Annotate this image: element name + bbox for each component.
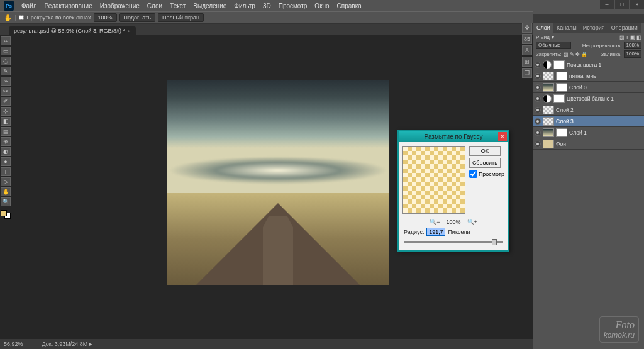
- scroll-all-checkbox[interactable]: [19, 15, 24, 20]
- visibility-toggle[interactable]: [535, 118, 541, 125]
- layer-row[interactable]: Цветовой баланс 1: [533, 93, 644, 104]
- visibility-toggle[interactable]: [535, 141, 541, 147]
- dialog-title-bar[interactable]: Размытие по Гауссу ×: [399, 131, 508, 142]
- maximize-button[interactable]: □: [615, 0, 629, 9]
- visibility-toggle[interactable]: [535, 96, 541, 102]
- filter-icon[interactable]: ▧ T ▣ ◧: [619, 35, 641, 40]
- visibility-toggle[interactable]: [535, 130, 541, 136]
- menu-layers[interactable]: Слои: [143, 1, 166, 11]
- move-tool[interactable]: ↔: [1, 36, 11, 45]
- eyedropper-tool[interactable]: ✂: [1, 87, 11, 96]
- layer-thumb[interactable]: [543, 83, 554, 92]
- menu-text[interactable]: Текст: [166, 1, 189, 11]
- mask-thumb[interactable]: [556, 83, 567, 92]
- zoom-tool[interactable]: 🔍: [1, 197, 11, 206]
- layer-row[interactable]: Слой 2: [533, 104, 644, 116]
- status-zoom[interactable]: 56,92%: [4, 341, 23, 347]
- mask-thumb[interactable]: [556, 128, 567, 137]
- blur-preview[interactable]: [402, 146, 465, 214]
- lock-icons[interactable]: ▧ ✎ ✥ 🔒: [564, 52, 588, 57]
- history-tab[interactable]: История: [580, 23, 608, 33]
- preview-checkbox[interactable]: [469, 170, 477, 178]
- minimize-button[interactable]: –: [600, 0, 614, 9]
- layer-thumb[interactable]: [543, 140, 554, 148]
- zoom-in-icon[interactable]: 🔍+: [467, 219, 477, 225]
- mask-thumb[interactable]: [553, 60, 565, 69]
- menu-filter[interactable]: Фильтр: [230, 1, 259, 11]
- reset-button[interactable]: Сбросить: [469, 158, 501, 168]
- heal-tool[interactable]: ⊹: [1, 107, 11, 116]
- color-panel-icon[interactable]: ❖: [522, 23, 532, 33]
- document-canvas[interactable]: [167, 80, 389, 285]
- menu-help[interactable]: Справка: [333, 1, 365, 11]
- ok-button[interactable]: ОК: [469, 146, 501, 156]
- type-tool[interactable]: T: [1, 167, 11, 176]
- layer-row[interactable]: Слой 1: [533, 127, 644, 138]
- dodge-tool[interactable]: ◐: [1, 147, 11, 156]
- gradient-tool[interactable]: ▤: [1, 127, 11, 136]
- menu-window[interactable]: Окно: [311, 1, 333, 11]
- dialog-close-button[interactable]: ×: [498, 132, 507, 141]
- layers-tab[interactable]: Слои: [533, 23, 553, 33]
- character-panel-icon[interactable]: A: [522, 45, 532, 55]
- library-panel-icon[interactable]: ❐: [522, 68, 532, 78]
- visibility-toggle[interactable]: [535, 107, 541, 113]
- menu-select[interactable]: Выделение: [189, 1, 230, 11]
- crop-tool[interactable]: ⌁: [1, 77, 11, 86]
- paragraph-panel-icon[interactable]: ⊞: [522, 57, 532, 67]
- blend-mode-select[interactable]: Обычные: [536, 42, 571, 49]
- radius-slider[interactable]: [404, 239, 503, 245]
- layer-row[interactable]: Фон: [533, 138, 644, 150]
- radius-input[interactable]: [426, 228, 445, 236]
- hand-tool[interactable]: ✋: [1, 187, 11, 196]
- layer-row[interactable]: Слой 3: [533, 116, 644, 127]
- opacity-value[interactable]: 100%: [624, 42, 641, 49]
- blur-tool[interactable]: ⊕: [1, 137, 11, 146]
- close-tab-icon[interactable]: ×: [128, 28, 131, 34]
- brush-tool[interactable]: ✐: [1, 97, 11, 106]
- layer-thumb[interactable]: [543, 72, 554, 80]
- menu-3d[interactable]: 3D: [259, 1, 275, 11]
- layer-name[interactable]: Цветовой баланс 1: [567, 96, 614, 102]
- layer-row[interactable]: Слой 0: [533, 82, 644, 93]
- visibility-toggle[interactable]: [535, 73, 541, 79]
- fit-screen-button[interactable]: Подогнать: [119, 13, 155, 22]
- layer-thumb[interactable]: [543, 117, 554, 126]
- menu-file[interactable]: Файл: [18, 1, 41, 11]
- layer-name[interactable]: Слой 2: [556, 107, 574, 113]
- full-screen-button[interactable]: Полный экран: [158, 13, 204, 22]
- wand-tool[interactable]: ✎: [1, 67, 11, 75]
- slider-thumb[interactable]: [492, 239, 497, 245]
- pen-tool[interactable]: ●: [1, 157, 11, 166]
- layer-thumb[interactable]: [543, 106, 554, 114]
- foreground-color[interactable]: [1, 210, 7, 216]
- mask-thumb[interactable]: [556, 72, 567, 80]
- visibility-toggle[interactable]: [535, 84, 541, 91]
- layer-name[interactable]: Слой 1: [569, 130, 587, 136]
- path-tool[interactable]: ▷: [1, 177, 11, 186]
- lasso-tool[interactable]: ◌: [1, 57, 11, 65]
- marquee-tool[interactable]: ▭: [1, 47, 11, 55]
- channels-tab[interactable]: Каналы: [553, 23, 580, 33]
- close-button[interactable]: ×: [630, 0, 644, 9]
- layer-name[interactable]: Фон: [556, 141, 566, 147]
- document-tab[interactable]: результат.psd @ 56,9% (Слой 3, RGB/8#) *…: [9, 26, 136, 35]
- menu-view[interactable]: Просмотр: [275, 1, 311, 11]
- layer-row[interactable]: Поиск цвета 1: [533, 59, 644, 70]
- zoom-100-button[interactable]: 100%: [94, 13, 117, 22]
- visibility-toggle[interactable]: [535, 62, 541, 68]
- layer-name[interactable]: Поиск цвета 1: [567, 62, 601, 68]
- layer-name[interactable]: Слой 3: [556, 118, 574, 125]
- menu-edit[interactable]: Редактирование: [41, 1, 96, 11]
- swatches-panel-icon[interactable]: 85: [522, 34, 532, 44]
- fill-value[interactable]: 100%: [624, 50, 641, 58]
- zoom-out-icon[interactable]: 🔍−: [430, 219, 440, 225]
- color-swatches[interactable]: [1, 210, 11, 219]
- stamp-tool[interactable]: ◧: [1, 117, 11, 126]
- preview-checkbox-row[interactable]: Просмотр: [469, 170, 504, 178]
- layer-name[interactable]: Слой 0: [569, 84, 587, 91]
- layer-name[interactable]: пятна тень: [569, 73, 596, 79]
- actions-tab[interactable]: Операции: [608, 23, 641, 33]
- layer-thumb[interactable]: [543, 128, 554, 137]
- mask-thumb[interactable]: [553, 94, 565, 103]
